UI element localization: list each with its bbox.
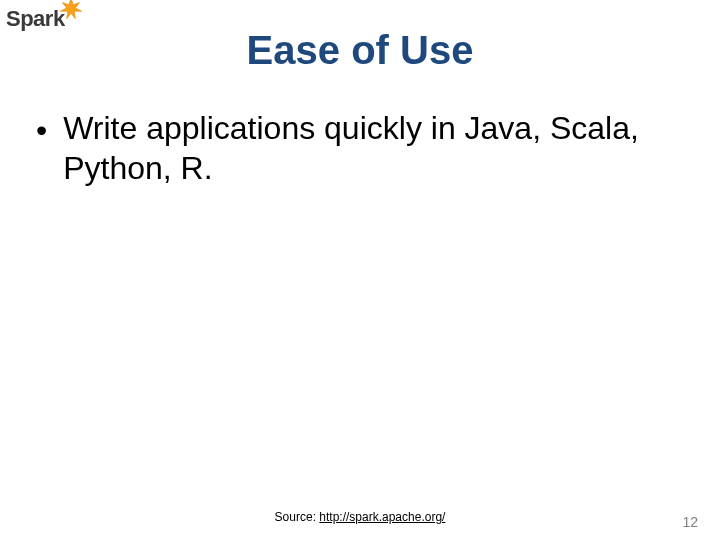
bullet-dot-icon: •	[36, 110, 47, 150]
page-number: 12	[682, 514, 698, 530]
source-link[interactable]: http://spark.apache.org/	[319, 510, 445, 524]
bullet-text: Write applications quickly in Java, Scal…	[63, 108, 684, 188]
source-citation: Source: http://spark.apache.org/	[0, 510, 720, 524]
star-icon	[58, 0, 84, 22]
slide-title: Ease of Use	[0, 28, 720, 73]
bullet-item: • Write applications quickly in Java, Sc…	[36, 108, 684, 188]
slide: Spark Ease of Use • Write applications q…	[0, 0, 720, 540]
slide-body: • Write applications quickly in Java, Sc…	[36, 108, 684, 188]
source-label: Source:	[275, 510, 320, 524]
